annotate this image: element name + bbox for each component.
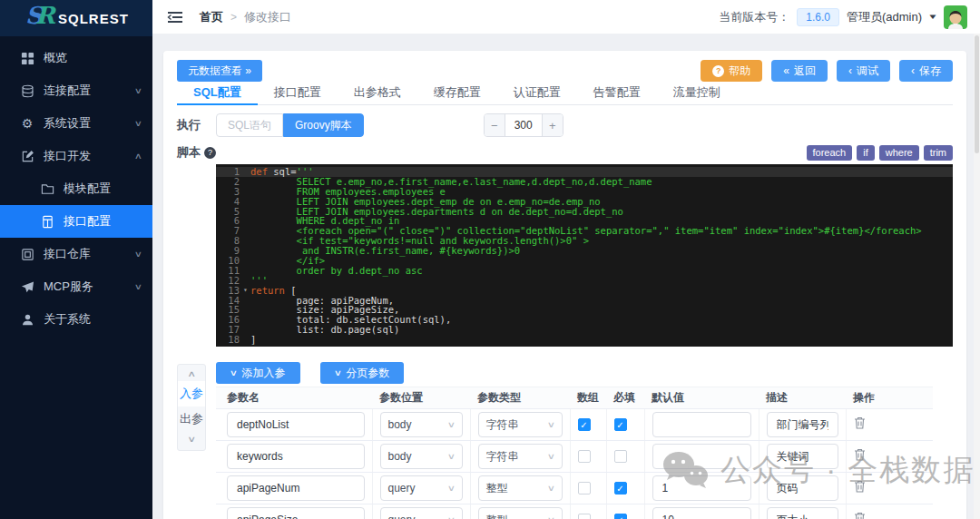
question-circle-icon: ?	[712, 65, 724, 77]
help-button[interactable]: ? 帮助	[701, 60, 762, 82]
avatar[interactable]	[944, 5, 967, 29]
array-checkbox[interactable]	[578, 482, 591, 495]
snippet-if-button[interactable]: if	[857, 145, 875, 161]
debug-button[interactable]: ‹ 调试	[837, 60, 890, 82]
page-params-button[interactable]: ∨ 分页参数	[320, 362, 405, 384]
array-checkbox[interactable]	[578, 450, 591, 463]
param-type-select[interactable]: 整型∨	[478, 475, 563, 501]
chevron-down-icon[interactable]: ∨	[187, 432, 196, 446]
sidebar-item-mcp-service[interactable]: MCP服务∨	[0, 270, 152, 303]
param-name-input[interactable]	[227, 475, 365, 501]
sidebar-item-about[interactable]: 关于系统	[0, 303, 152, 336]
param-tab-input-params[interactable]: 入参	[178, 381, 205, 406]
default-value-input[interactable]	[652, 412, 751, 437]
description-input[interactable]	[767, 444, 838, 469]
tab-auth-config[interactable]: 认证配置	[497, 83, 577, 105]
param-position-select[interactable]: body∨	[380, 412, 463, 437]
required-checkbox[interactable]: ✓	[614, 418, 627, 431]
snippet-foreach-button[interactable]: foreach	[807, 145, 853, 161]
sidebar-item-api-dev[interactable]: 接口开发∧	[0, 140, 152, 172]
add-input-param-label: 添加入参	[242, 366, 286, 381]
sidebar-item-overview[interactable]: 概览	[0, 42, 152, 74]
snippet-where-button[interactable]: where	[879, 145, 919, 161]
user-menu[interactable]: 管理员(admin)	[847, 9, 922, 25]
param-type-select[interactable]: 字符串∨	[478, 412, 563, 437]
stepper-minus-button[interactable]: −	[485, 114, 505, 136]
version-label: 当前版本号：	[719, 9, 789, 25]
required-checkbox[interactable]: ✓	[614, 482, 627, 495]
tab-cache-config[interactable]: 缓存配置	[417, 83, 497, 105]
menu-fold-icon[interactable]	[167, 10, 183, 24]
param-type-select[interactable]: 字符串∨	[478, 444, 563, 469]
default-value-input[interactable]	[652, 475, 751, 501]
timeout-input[interactable]	[505, 114, 543, 136]
code-editor[interactable]: 1def sql='''2 SELECT e.emp_no,e.first_na…	[216, 164, 953, 347]
chevron-down-icon: ∨	[547, 484, 555, 493]
param-name-input[interactable]	[227, 507, 365, 519]
param-name-input[interactable]	[227, 444, 365, 469]
add-input-param-button[interactable]: ∨ 添加入参	[216, 362, 300, 384]
sidebar-item-module-config[interactable]: 模块配置	[0, 172, 152, 205]
sidebar-item-api-repo[interactable]: 接口仓库∨	[0, 238, 152, 270]
description-input[interactable]	[767, 475, 838, 501]
array-checkbox[interactable]: ✓	[578, 418, 591, 431]
save-label: 保存	[919, 64, 941, 79]
default-value-input[interactable]	[652, 444, 751, 469]
param-position-select[interactable]: query∨	[380, 475, 463, 501]
delete-row-button[interactable]	[854, 448, 867, 462]
question-circle-icon[interactable]: ?	[204, 147, 216, 159]
param-side-tabs: ∧入参出参∨	[177, 364, 206, 451]
tab-alert-config[interactable]: 告警配置	[577, 83, 657, 105]
tab-output-format[interactable]: 出参格式	[338, 83, 417, 105]
required-checkbox[interactable]	[614, 450, 627, 463]
window-scrollbar[interactable]	[974, 34, 980, 519]
fold-caret-icon[interactable]: ▾	[243, 286, 250, 296]
metadata-view-button[interactable]: 元数据查看 »	[177, 60, 262, 82]
param-name-input[interactable]	[227, 412, 365, 437]
scrollbar-thumb[interactable]	[975, 35, 979, 153]
sidebar-item-connections[interactable]: 连接配置∨	[0, 74, 152, 107]
tab-sql-config[interactable]: SQL配置	[177, 83, 258, 105]
params-section: ∧入参出参∨ ∨ 添加入参 ∨ 分页参数 参数名参数位置参数类型数组必填默认值描…	[177, 362, 953, 519]
chevron-up-icon[interactable]: ∧	[187, 367, 196, 381]
save-button[interactable]: ‹ 保存	[899, 60, 953, 82]
sidebar-item-label: 模块配置	[64, 181, 142, 197]
delete-row-button[interactable]	[854, 416, 867, 430]
back-button[interactable]: « 返回	[771, 60, 828, 82]
breadcrumb-home[interactable]: 首页	[200, 9, 223, 25]
snippet-trim-button[interactable]: trim	[924, 145, 953, 161]
param-table: 参数名参数位置参数类型数组必填默认值描述操作body∨字符串∨✓✓body∨字符…	[216, 387, 933, 519]
sidebar-item-system-settings[interactable]: ⚙系统设置∨	[0, 107, 152, 140]
default-value-input[interactable]	[652, 507, 751, 519]
chevron-down-icon: ∨	[447, 420, 456, 429]
sql-statement-toggle[interactable]: SQL语句	[216, 113, 283, 137]
stepper-plus-button[interactable]: +	[543, 114, 563, 136]
back-label: 返回	[794, 64, 816, 79]
array-checkbox[interactable]	[578, 514, 591, 519]
description-input[interactable]	[767, 507, 838, 519]
script-label: 脚本	[177, 144, 201, 161]
param-position-select[interactable]: body∨	[380, 444, 463, 469]
chevron-down-icon[interactable]: ▼	[927, 13, 938, 21]
required-checkbox[interactable]: ✓	[614, 514, 627, 519]
sidebar-item-label: 系统设置	[44, 115, 135, 132]
column-header: 默认值	[644, 387, 759, 409]
param-type-select[interactable]: 整型∨	[478, 507, 563, 519]
chevron-up-icon: ∧	[134, 152, 142, 161]
description-input[interactable]	[767, 412, 838, 437]
version-badge[interactable]: 1.6.0	[797, 8, 839, 26]
delete-row-button[interactable]	[854, 512, 867, 519]
tab-flow-control[interactable]: 流量控制	[657, 83, 737, 105]
param-position-select[interactable]: query∨	[380, 507, 463, 519]
sidebar-item-label: 关于系统	[44, 311, 142, 328]
delete-row-button[interactable]	[854, 480, 867, 494]
param-tab-output-params[interactable]: 出参	[178, 406, 205, 432]
tab-api-config[interactable]: 接口配置	[258, 83, 338, 105]
user-icon	[20, 312, 34, 327]
chevron-down-icon: ∨	[547, 515, 555, 519]
trash-icon	[854, 514, 866, 519]
brand-logo[interactable]: S R SQLREST	[0, 0, 152, 36]
sidebar-item-api-config[interactable]: 接口配置	[0, 205, 152, 238]
groovy-script-toggle[interactable]: Groovy脚本	[283, 113, 364, 137]
sidebar-item-label: 概览	[44, 50, 142, 66]
